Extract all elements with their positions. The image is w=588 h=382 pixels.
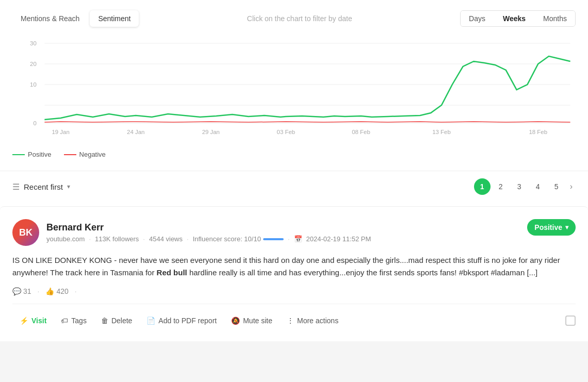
stats-dot: · [38,287,40,295]
post-checkbox[interactable] [565,315,576,326]
chart-header: Mentions & Reach Sentiment Click on the … [12,10,576,27]
svg-text:20: 20 [30,61,37,67]
influencer-bar-fill [263,238,284,240]
tab-sentiment[interactable]: Sentiment [90,10,139,27]
author-name: Bernard Kerr [46,222,371,233]
page-3-button[interactable]: 3 [511,178,528,195]
platform: youtube.com [46,235,85,243]
tags-icon: 🏷 [61,317,68,325]
page-1-button[interactable]: 1 [474,178,491,195]
svg-text:10: 10 [30,81,37,88]
post-date: 2024-02-19 11:52 PM [306,235,371,243]
page-2-button[interactable]: 2 [493,178,509,195]
author-details: Bernard Kerr youtube.com · 113K follower… [46,222,371,243]
months-button[interactable]: Months [535,11,575,26]
svg-text:30: 30 [30,40,37,46]
visit-button[interactable]: ⚡ Visit [12,312,54,329]
next-page-button[interactable]: › [567,180,576,193]
legend-positive: Positive [12,151,52,158]
comments-count: 31 [23,287,31,295]
weeks-button[interactable]: Weeks [495,11,534,26]
tab-mentions-reach[interactable]: Mentions & Reach [12,10,88,27]
time-period-buttons: Days Weeks Months [460,10,576,27]
comment-icon: 💬 [12,287,21,295]
sentiment-badge[interactable]: Positive ▾ [527,219,576,236]
positive-line [44,56,570,120]
followers: 113K followers [95,235,139,243]
negative-line-legend [64,154,76,155]
pdf-button[interactable]: 📄 Add to PDF report [139,312,224,329]
meta-dot-2: · [143,235,145,243]
post-content: IS ON LIKE DONKEY KONG - never have we s… [12,254,576,279]
svg-text:24 Jan: 24 Jan [127,129,144,135]
chart-legend: Positive Negative [12,151,576,158]
chart-tabs: Mentions & Reach Sentiment [12,10,139,27]
more-icon: ⋮ [287,317,294,325]
page-4-button[interactable]: 4 [530,178,546,195]
post-stats: 💬 31 · 👍 420 · [12,287,576,295]
chart-section: Mentions & Reach Sentiment Click on the … [0,0,588,167]
delete-icon: 🗑 [101,317,108,325]
sentiment-chart[interactable]: 30 20 10 0 19 Jan 24 Jan 29 Jan 03 Feb 0… [12,33,576,136]
author-meta: youtube.com · 113K followers · 4544 view… [46,235,371,243]
content-after-bold: hardline really is all time and has ever… [187,268,538,277]
sort-arrow-icon: ▾ [67,183,70,190]
sentiment-chevron-icon: ▾ [565,224,568,231]
negative-label: Negative [79,151,106,158]
positive-label: Positive [28,151,52,158]
negative-line [44,122,570,122]
author-info: BK Bernard Kerr youtube.com · 113K follo… [12,219,371,246]
influencer-score: Influencer score: 10/10 [193,235,284,243]
views: 4544 views [149,235,183,243]
more-actions-button[interactable]: ⋮ More actions [280,312,346,329]
pdf-icon: 📄 [146,317,155,325]
influencer-bar-track [263,238,284,240]
days-button[interactable]: Days [461,11,494,26]
list-header: ☰ Recent first ▾ 1 2 3 4 5 › [0,171,588,202]
post-card: BK Bernard Kerr youtube.com · 113K follo… [0,206,588,341]
chart-hint: Click on the chart to filter by date [247,14,352,23]
meta-dot-1: · [89,235,91,243]
more-label: More actions [297,317,338,325]
mute-label: Mute site [243,317,272,325]
content-bold: Red bull [157,268,187,277]
meta-dot-3: · [187,235,189,243]
mute-button[interactable]: 🔕 Mute site [224,312,280,329]
delete-button[interactable]: 🗑 Delete [94,312,139,329]
svg-text:18 Feb: 18 Feb [529,129,547,135]
svg-text:0: 0 [33,120,36,126]
legend-negative: Negative [64,151,106,158]
page-5-button[interactable]: 5 [548,178,565,195]
visit-icon: ⚡ [20,317,28,325]
delete-label: Delete [111,317,132,325]
likes-stat: 👍 420 [45,287,68,295]
mute-icon: 🔕 [231,317,240,325]
tags-label: Tags [71,317,87,325]
sort-control[interactable]: ☰ Recent first ▾ [12,182,70,192]
svg-text:29 Jan: 29 Jan [202,129,220,135]
stats-dot-2: · [75,287,77,295]
comments-stat: 💬 31 [12,287,31,295]
influencer-label: Influencer score: 10/10 [193,235,261,243]
sort-icon: ☰ [12,182,20,192]
positive-line-legend [12,154,25,155]
calendar-icon: 📅 [294,235,302,243]
avatar: BK [12,219,39,246]
pagination: 1 2 3 4 5 › [474,178,576,195]
tags-button[interactable]: 🏷 Tags [54,312,94,329]
sort-label: Recent first [24,182,63,191]
post-actions: ⚡ Visit 🏷 Tags 🗑 Delete 📄 Add to PDF rep… [12,304,576,329]
like-icon: 👍 [45,287,54,295]
svg-text:03 Feb: 03 Feb [277,129,296,135]
likes-count: 420 [56,287,68,295]
svg-text:19 Jan: 19 Jan [52,129,69,135]
visit-label: Visit [31,317,46,325]
svg-text:13 Feb: 13 Feb [432,129,451,135]
sentiment-label: Positive [534,223,562,231]
meta-dot-4: · [288,235,290,243]
post-header: BK Bernard Kerr youtube.com · 113K follo… [12,219,576,246]
pdf-label: Add to PDF report [158,317,217,325]
chart-area[interactable]: 30 20 10 0 19 Jan 24 Jan 29 Jan 03 Feb 0… [12,33,576,146]
svg-text:08 Feb: 08 Feb [352,129,370,135]
